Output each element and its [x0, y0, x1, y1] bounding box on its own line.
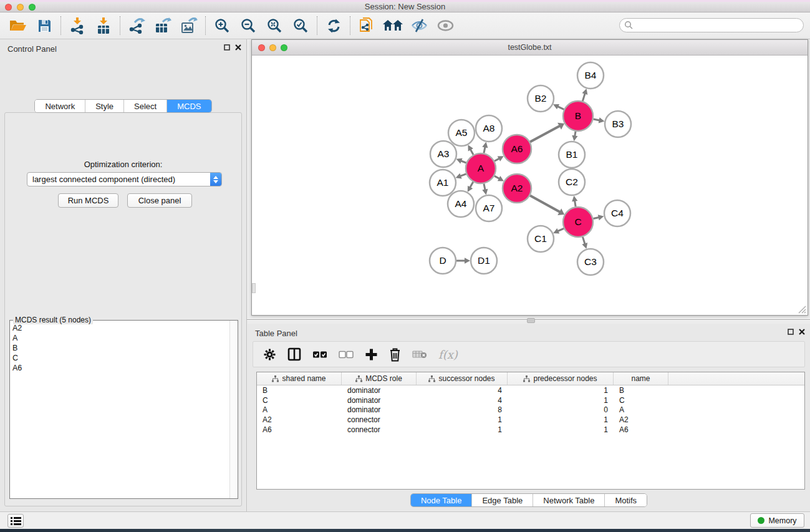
column-header-name[interactable]: name	[614, 372, 668, 385]
graph-node-A6[interactable]: A6	[503, 135, 531, 163]
graph-edge-A-A8[interactable]	[484, 147, 485, 153]
float-panel-icon[interactable]	[788, 329, 794, 335]
search-field[interactable]	[619, 18, 804, 32]
tab-mcds[interactable]: MCDS	[167, 100, 211, 112]
graph-edge-A-A6[interactable]	[494, 158, 499, 161]
graph-node-C4[interactable]: C4	[604, 200, 630, 226]
tab-motifs[interactable]: Motifs	[605, 494, 647, 506]
graph-edge-A6-B[interactable]	[530, 126, 560, 142]
zoom-selected-button[interactable]	[287, 14, 314, 37]
houses-icon-button[interactable]	[380, 14, 406, 37]
column-header-MCDS-role[interactable]: MCDS role	[342, 372, 417, 385]
tab-node-table[interactable]: Node Table	[411, 494, 473, 506]
graph-node-C3[interactable]: C3	[577, 249, 604, 275]
close-panel-icon[interactable]	[799, 329, 805, 335]
result-scrollbar[interactable]	[229, 321, 238, 498]
graph-node-B[interactable]: B	[563, 101, 593, 131]
graph-node-C1[interactable]: C1	[528, 226, 554, 252]
float-panel-icon[interactable]	[224, 44, 230, 51]
table-row[interactable]: Cdominator41C	[257, 395, 804, 405]
graph-edge-B-B2[interactable]	[557, 107, 564, 110]
network-canvas[interactable]: B4B2BB3A8A5A6A3B1AC2A1A2A4A7C4CC1C3DD1	[252, 56, 808, 315]
table-row[interactable]: Bdominator41B	[257, 385, 804, 395]
zoom-fit-button[interactable]	[261, 14, 287, 37]
import-table-button[interactable]	[90, 14, 117, 37]
graph-node-A1[interactable]: A1	[430, 170, 456, 196]
graph-edge-A-A3[interactable]	[461, 161, 466, 163]
show-columns-button[interactable]	[287, 347, 301, 361]
show-panels-button[interactable]	[432, 14, 458, 37]
graph-edge-A-A4[interactable]	[470, 182, 473, 188]
graph-edge-A2-C[interactable]	[530, 196, 560, 212]
graph-node-A3[interactable]: A3	[430, 141, 456, 167]
table-row[interactable]: Adominator80A	[257, 405, 804, 415]
graph-node-B2[interactable]: B2	[528, 85, 554, 112]
graph-node-D[interactable]: D	[430, 248, 456, 274]
graph-node-C2[interactable]: C2	[559, 169, 585, 195]
graph-edge-C-C2[interactable]	[575, 201, 576, 207]
table-row[interactable]: A6connector11A6	[257, 425, 804, 435]
graph-node-C[interactable]: C	[563, 207, 593, 237]
export-network-button[interactable]	[123, 14, 150, 37]
tab-select[interactable]: Select	[124, 100, 167, 112]
new-network-from-selection-button[interactable]	[354, 14, 380, 37]
graph-node-A7[interactable]: A7	[476, 195, 502, 221]
split-pane-handle[interactable]	[527, 318, 535, 323]
result-item[interactable]: B	[10, 343, 229, 353]
open-session-button[interactable]	[5, 14, 31, 37]
result-item[interactable]: A2	[10, 323, 229, 333]
view-edge-widget[interactable]	[252, 283, 256, 293]
close-panel-icon[interactable]	[235, 44, 241, 51]
tab-network[interactable]: Network	[35, 100, 85, 112]
graph-node-B3[interactable]: B3	[605, 111, 631, 137]
select-all-rows-button[interactable]	[312, 350, 327, 359]
search-input[interactable]	[634, 20, 803, 31]
graph-node-A5[interactable]: A5	[448, 120, 475, 146]
hide-panels-button[interactable]	[406, 14, 432, 37]
save-session-button[interactable]	[31, 14, 57, 37]
column-header-successor-nodes[interactable]: successor nodes	[417, 372, 508, 385]
zoom-out-button[interactable]	[235, 14, 261, 37]
graph-node-D1[interactable]: D1	[471, 248, 497, 274]
export-image-button[interactable]	[176, 14, 202, 37]
graph-node-A8[interactable]: A8	[476, 115, 502, 142]
memory-button[interactable]: Memory	[750, 513, 804, 528]
graph-edge-A-A1[interactable]	[460, 174, 466, 177]
graph-edge-C-C4[interactable]	[593, 218, 599, 219]
graph-node-A[interactable]: A	[466, 153, 496, 183]
task-history-button[interactable]	[7, 514, 24, 528]
graph-node-B1[interactable]: B1	[559, 142, 585, 168]
export-table-button[interactable]	[150, 14, 176, 37]
graph-edge-C-C3[interactable]	[582, 237, 585, 244]
import-network-button[interactable]	[64, 14, 90, 37]
graph-edge-C-C1[interactable]	[557, 228, 564, 231]
graph-edge-A-A7[interactable]	[484, 183, 485, 190]
apply-layout-button[interactable]	[321, 14, 347, 37]
tab-style[interactable]: Style	[85, 100, 124, 112]
column-header-predecessor-nodes[interactable]: predecessor nodes	[508, 372, 614, 385]
result-item[interactable]: A6	[10, 363, 229, 373]
graph-node-A4[interactable]: A4	[448, 191, 474, 217]
graph-node-B4[interactable]: B4	[577, 62, 604, 89]
result-item[interactable]: C	[10, 353, 229, 363]
tab-edge-table[interactable]: Edge Table	[472, 494, 533, 506]
graph-edge-B-B4[interactable]	[582, 94, 585, 101]
tab-network-table[interactable]: Network Table	[533, 494, 605, 506]
result-item[interactable]: A	[10, 333, 229, 343]
zoom-in-button[interactable]	[209, 14, 235, 37]
graph-edge-B-B3[interactable]	[593, 119, 599, 120]
graph-edge-A-A2[interactable]	[494, 176, 499, 178]
graph-edge-B-B1[interactable]	[575, 132, 576, 137]
add-column-button[interactable]	[365, 348, 378, 361]
table-settings-button[interactable]	[263, 348, 276, 361]
deselect-all-rows-button[interactable]	[339, 350, 354, 359]
column-header-shared-name[interactable]: shared name	[257, 372, 342, 385]
run-mcds-button[interactable]: Run MCDS	[58, 193, 118, 208]
table-row[interactable]: A2connector11A2	[257, 415, 804, 425]
graph-node-A2[interactable]: A2	[503, 174, 531, 203]
criterion-dropdown[interactable]: largest connected component (directed)	[27, 172, 222, 186]
close-panel-button[interactable]: Close panel	[127, 193, 192, 208]
network-window-titlebar[interactable]: testGlobe.txt	[252, 40, 808, 56]
graph-edge-A-A5[interactable]	[470, 149, 473, 155]
delete-column-button[interactable]	[389, 347, 401, 362]
